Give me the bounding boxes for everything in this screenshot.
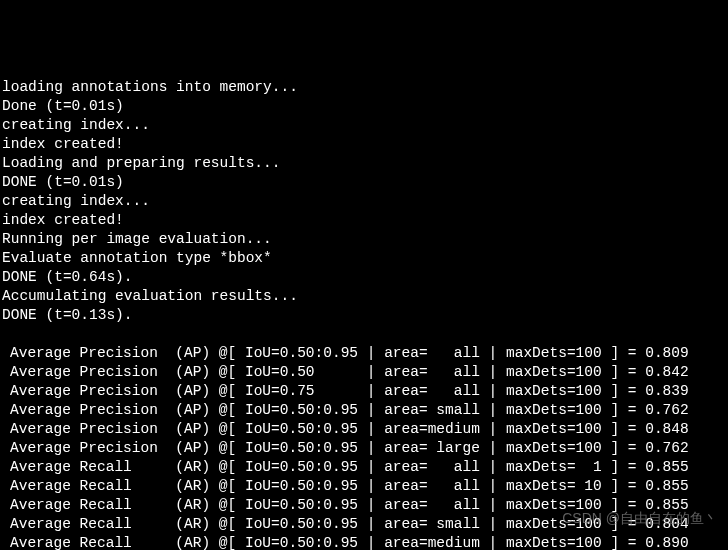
- metric-line: Average Recall (AR) @[ IoU=0.50:0.95 | a…: [2, 458, 726, 477]
- metric-line: Average Precision (AP) @[ IoU=0.50 | are…: [2, 363, 726, 382]
- metric-line: Average Precision (AP) @[ IoU=0.50:0.95 …: [2, 420, 726, 439]
- log-line: Loading and preparing results...: [2, 154, 726, 173]
- log-line: Evaluate annotation type *bbox*: [2, 249, 726, 268]
- log-line: creating index...: [2, 116, 726, 135]
- log-line: Running per image evaluation...: [2, 230, 726, 249]
- metric-line: Average Recall (AR) @[ IoU=0.50:0.95 | a…: [2, 477, 726, 496]
- log-line: loading annotations into memory...: [2, 78, 726, 97]
- log-line: Accumulating evaluation results...: [2, 287, 726, 306]
- metric-line: Average Precision (AP) @[ IoU=0.50:0.95 …: [2, 344, 726, 363]
- log-line: creating index...: [2, 192, 726, 211]
- watermark: CSDN @自由自在的鱼丶: [562, 509, 718, 528]
- metric-line: Average Precision (AP) @[ IoU=0.50:0.95 …: [2, 401, 726, 420]
- metric-line: Average Precision (AP) @[ IoU=0.75 | are…: [2, 382, 726, 401]
- log-line: DONE (t=0.13s).: [2, 306, 726, 325]
- log-line: DONE (t=0.64s).: [2, 268, 726, 287]
- terminal-log: loading annotations into memory...Done (…: [2, 78, 726, 325]
- log-line: DONE (t=0.01s): [2, 173, 726, 192]
- metric-line: Average Precision (AP) @[ IoU=0.50:0.95 …: [2, 439, 726, 458]
- metric-line: Average Recall (AR) @[ IoU=0.50:0.95 | a…: [2, 534, 726, 550]
- log-line: Done (t=0.01s): [2, 97, 726, 116]
- log-line: index created!: [2, 211, 726, 230]
- log-line: index created!: [2, 135, 726, 154]
